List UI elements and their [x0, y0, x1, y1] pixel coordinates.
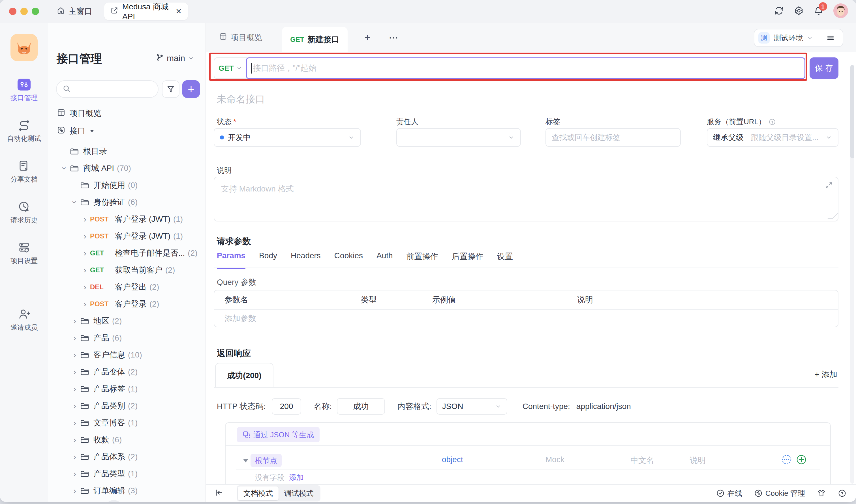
theme-skin-icon[interactable] — [817, 489, 826, 498]
add-field-icon[interactable] — [796, 454, 807, 466]
tree-row[interactable]: 客户信息 (10) — [48, 346, 206, 363]
tree-row[interactable]: 产品标签 (1) — [48, 380, 206, 397]
chevron-icon[interactable] — [80, 232, 90, 240]
chevron-icon[interactable] — [80, 215, 90, 223]
collapse-triangle-icon[interactable] — [243, 459, 248, 463]
rail-item-automated-testing[interactable]: 自动化测试 — [7, 119, 41, 143]
search-input[interactable] — [56, 80, 158, 98]
chevron-icon[interactable] — [80, 300, 90, 308]
tab-project-overview[interactable]: 项目概览 — [219, 23, 262, 52]
chevron-icon[interactable] — [70, 385, 80, 393]
tree-row[interactable]: 文章博客 (1) — [48, 414, 206, 431]
user-avatar[interactable] — [833, 3, 848, 19]
service-select[interactable]: 继承父级 跟随父级目录设置... — [707, 128, 838, 147]
tree-row[interactable]: GET 检查电子邮件是否... (2) — [48, 245, 206, 262]
scrollbar-thumb[interactable] — [850, 65, 854, 158]
status-select[interactable]: 开发中 — [214, 128, 361, 147]
request-tab[interactable]: Auth — [377, 251, 393, 269]
root-type[interactable]: object — [442, 455, 463, 464]
tree-row[interactable]: 产品类型 (1) — [48, 465, 206, 482]
traffic-minimize-button[interactable] — [20, 7, 28, 15]
save-button[interactable]: 保 存 — [809, 57, 838, 79]
cn-name-placeholder[interactable]: 中文名 — [630, 455, 654, 466]
tree-row[interactable]: 商城 API (70) — [48, 160, 206, 177]
chevron-icon[interactable] — [70, 351, 80, 359]
notifications-bell[interactable]: 1 — [814, 6, 824, 17]
rail-item-project-settings[interactable]: 项目设置 — [11, 241, 38, 265]
cookie-manager[interactable]: Cookie 管理 — [754, 488, 805, 498]
resize-handle[interactable] — [828, 213, 838, 219]
tree-row[interactable]: 退货 (1) — [48, 499, 206, 502]
rail-item-api-management[interactable]: 接口管理 — [11, 79, 38, 102]
environment-menu-button[interactable] — [818, 34, 843, 42]
environment-selector[interactable]: 测 测试环境 — [754, 29, 843, 47]
generate-from-json-button[interactable]: 通过 JSON 等生成 — [237, 427, 319, 442]
home-tab[interactable]: 主窗口 — [57, 4, 92, 19]
tree-row[interactable]: 身份验证 (6) — [48, 194, 206, 211]
traffic-zoom-button[interactable] — [32, 7, 39, 15]
tree-row[interactable]: POST 客户登录 (JWT) (1) — [48, 228, 206, 245]
add-param-row[interactable]: 添加参数 — [214, 310, 838, 327]
tree-row[interactable]: 收款 (6) — [48, 431, 206, 448]
add-field-link[interactable]: 添加 — [289, 473, 304, 483]
request-tab[interactable]: 设置 — [497, 251, 513, 269]
tree-row[interactable]: POST 客户登录 (2) — [48, 295, 206, 312]
mock-placeholder[interactable]: Mock — [545, 455, 564, 464]
owner-select[interactable] — [396, 128, 521, 147]
tree-row[interactable]: 地区 (2) — [48, 312, 206, 329]
close-tab-icon[interactable]: ✕ — [175, 7, 182, 16]
request-tab[interactable]: Body — [259, 251, 277, 269]
chevron-icon[interactable] — [70, 402, 80, 410]
tree-row[interactable]: 订单编辑 (3) — [48, 482, 206, 499]
tree-row[interactable]: 产品变体 (2) — [48, 363, 206, 380]
schema-root-row[interactable]: 根节点 object Mock 中文名 说明 — [226, 451, 830, 470]
rail-item-invite-members[interactable]: 邀请成员 — [11, 308, 38, 332]
chevron-icon[interactable] — [70, 197, 79, 207]
project-window-tab[interactable]: Medusa 商城 API ✕ — [104, 2, 188, 20]
http-status-input[interactable]: 200 — [272, 398, 301, 415]
endpoint-name-input[interactable]: 未命名接口 — [217, 93, 265, 106]
response-name-input[interactable]: 成功 — [337, 398, 385, 415]
sidebar-item-project-overview[interactable]: 项目概览 — [48, 105, 206, 122]
path-input[interactable]: 接口路径，"/"起始 — [246, 57, 805, 79]
root-node-chip[interactable]: 根节点 — [250, 454, 282, 467]
doc-mode-button[interactable]: 文档模式 — [238, 486, 279, 500]
chevron-icon[interactable] — [80, 249, 90, 257]
chevron-icon[interactable] — [60, 163, 69, 173]
sync-icon[interactable] — [774, 6, 784, 17]
chevron-icon[interactable] — [80, 283, 90, 291]
chevron-icon[interactable] — [70, 317, 80, 325]
chevron-icon[interactable] — [70, 452, 80, 461]
branch-selector[interactable]: main — [156, 53, 194, 63]
add-response-button[interactable]: + 添加 — [815, 369, 837, 380]
format-select[interactable]: JSON — [436, 398, 507, 415]
online-status[interactable]: 在线 — [716, 488, 742, 498]
project-logo[interactable] — [11, 34, 38, 62]
request-tab[interactable]: 后置操作 — [452, 251, 484, 269]
filter-button[interactable] — [162, 80, 179, 98]
request-tab[interactable]: Params — [217, 251, 245, 269]
help-icon[interactable] — [838, 489, 846, 498]
tab-new-endpoint[interactable]: GET 新建接口 — [282, 27, 348, 52]
tree-row[interactable]: 开始使用 (0) — [48, 177, 206, 194]
method-select[interactable]: GET — [214, 58, 247, 78]
traffic-close-button[interactable] — [9, 7, 16, 15]
desc-placeholder[interactable]: 说明 — [690, 455, 706, 466]
request-tab[interactable]: Headers — [291, 251, 321, 269]
more-options-icon[interactable] — [781, 454, 792, 466]
rail-item-share-docs[interactable]: 分享文档 — [11, 160, 38, 184]
tag-input[interactable]: 查找或回车创建标签 — [545, 128, 681, 147]
settings-gear-icon[interactable] — [794, 6, 804, 17]
tree-row[interactable]: 产品类别 (2) — [48, 397, 206, 414]
new-tab-button[interactable]: + — [365, 23, 370, 52]
tab-more-button[interactable]: ⋯ — [389, 23, 398, 52]
tree-row[interactable]: 产品 (6) — [48, 329, 206, 346]
response-tab-success[interactable]: 成功(200) — [215, 363, 274, 388]
request-tab[interactable]: Cookies — [334, 251, 363, 269]
chevron-icon[interactable] — [70, 419, 80, 427]
collapse-sidebar-icon[interactable] — [214, 488, 223, 498]
chevron-icon[interactable] — [70, 469, 80, 478]
chevron-icon[interactable] — [70, 435, 80, 444]
chevron-icon[interactable] — [70, 486, 80, 495]
tree-row[interactable]: POST 客户登录 (JWT) (1) — [48, 211, 206, 228]
